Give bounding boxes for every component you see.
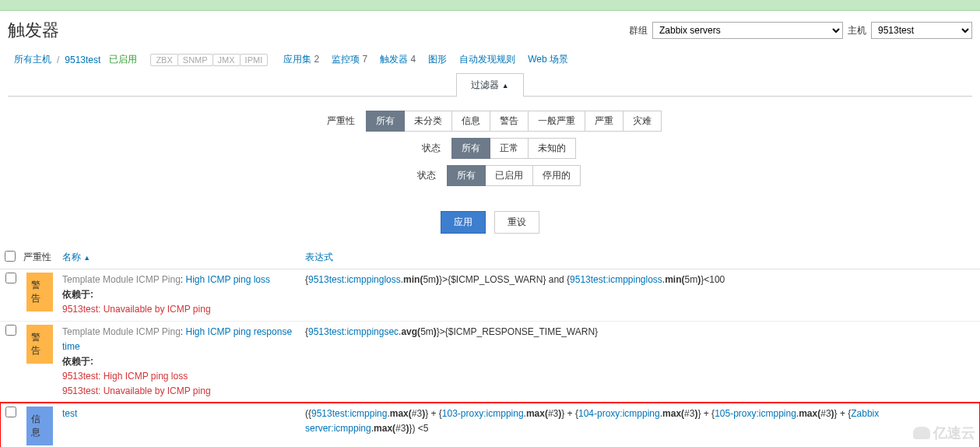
expression-cell: ({9513test:icmpping.max(#3)} + {103-prox… [300,403,980,447]
current-host-link[interactable]: 9513test [65,55,100,65]
filter-label: 状态 [400,169,447,182]
template-link[interactable]: Template Module ICMP Ping [62,326,181,337]
page-header: 触发器 群组 Zabbix servers 主机 9513test [0,11,980,50]
row-checkbox-cell [0,269,22,322]
filter-option[interactable]: 停用的 [532,165,581,186]
expression-item-link[interactable]: 9513test:icmppingloss [570,274,662,285]
notification-bar [0,0,980,11]
header-expression[interactable]: 表达式 [300,246,980,269]
filter-label: 严重性 [319,114,366,128]
filter-option[interactable]: 信息 [451,111,490,132]
table-row: 警告Template Module ICMP Ping: High ICMP p… [0,321,980,403]
nav-tab-自动发现规则[interactable]: 自动发现规则 [453,54,522,65]
filter-row: 严重性所有未分类信息警告一般严重严重灾难 [8,111,972,132]
severity-cell: 信息 [22,403,58,447]
interface-tags: ZBXSNMPJMXIPMI [150,54,267,66]
name-cell: Template Module ICMP Ping: High ICMP pin… [58,269,300,322]
filter-row: 状态所有正常未知的 [8,138,972,159]
dependency-link[interactable]: 9513test: Unavailable by ICMP ping [62,385,211,396]
watermark: 亿速云 [913,424,975,442]
filter-option[interactable]: 一般严重 [528,111,585,132]
table-row: 警告Template Module ICMP Ping: High ICMP p… [0,269,980,322]
interface-tag: JMX [213,54,241,66]
filter-toggle-tab[interactable]: 过滤器 ▲ [456,73,523,97]
filter-header: 过滤器 ▲ [0,72,980,96]
trigger-name-link[interactable]: High ICMP ping loss [186,274,271,285]
filter-option[interactable]: 严重 [585,111,623,132]
name-cell: Template Module ICMP Ping: High ICMP pin… [58,321,300,403]
group-label: 群组 [629,24,648,37]
expression-item-link[interactable]: 9513test:icmppingsec [308,326,399,337]
dependency-link[interactable]: 9513test: High ICMP ping loss [62,371,188,382]
host-selectors: 群组 Zabbix servers 主机 9513test [629,22,972,39]
row-checkbox[interactable] [5,325,16,336]
row-checkbox[interactable] [5,407,16,417]
header-severity[interactable]: 严重性 [22,246,58,269]
severity-badge: 警告 [26,273,53,311]
row-checkbox-cell [0,403,22,447]
nav-tab-Web 场景[interactable]: Web 场景 [522,54,574,65]
severity-badge: 信息 [26,407,53,445]
expression-item-link[interactable]: 105-proxy:icmpping [715,408,796,419]
severity-cell: 警告 [22,321,58,403]
apply-button[interactable]: 应用 [441,211,486,234]
template-link[interactable]: Template Module ICMP Ping [62,274,181,285]
all-hosts-link[interactable]: 所有主机 [14,53,51,66]
nav-tab-监控项[interactable]: 监控项 7 [325,54,374,65]
filter-option[interactable]: 正常 [490,138,529,159]
expression-item-link[interactable]: 9513test:icmppingloss [308,274,401,285]
breadcrumb-separator: / [54,55,62,65]
expression-item-link[interactable]: 104-proxy:icmpping [578,408,660,419]
group-select[interactable]: Zabbix servers [652,22,843,39]
interface-tag: SNMP [177,54,213,66]
filter-row: 状态所有已启用停用的 [8,165,972,186]
collapse-icon: ▲ [502,82,509,90]
sort-asc-icon: ▲ [83,254,90,262]
name-cell: test [58,403,300,447]
trigger-name-link[interactable]: test [62,408,77,419]
row-checkbox[interactable] [5,273,16,283]
table-row: 信息test({9513test:icmpping.max(#3)} + {10… [0,403,980,447]
depends-label: 依赖于: [62,356,93,367]
cloud-icon [913,427,930,439]
page-title: 触发器 [8,19,629,42]
severity-badge: 警告 [26,325,53,364]
nav-tab-触发器[interactable]: 触发器 4 [374,54,422,65]
header-checkbox[interactable] [0,246,22,269]
expression-cell: {9513test:icmppingsec.avg(5m)}>{$ICMP_RE… [300,321,980,403]
filter-option[interactable]: 已启用 [485,165,533,186]
interface-tag: IPMI [240,54,269,66]
breadcrumb-nav: 所有主机 / 9513test 已启用 ZBXSNMPJMXIPMI 应用集 2… [0,50,980,72]
filter-actions: 应用 重设 [0,203,980,241]
dependency-link[interactable]: 9513test: Unavailable by ICMP ping [62,304,211,315]
depends-label: 依赖于: [62,289,93,300]
nav-tab-应用集[interactable]: 应用集 2 [277,54,325,65]
expression-item-link[interactable]: 9513test:icmpping [311,408,387,419]
filter-option[interactable]: 所有 [366,111,405,132]
filter-label: 状态 [405,142,451,155]
triggers-table: 严重性 名称 ▲ 表达式 警告Template Module ICMP Ping… [0,246,980,447]
filter-option[interactable]: 警告 [490,111,529,132]
filter-option[interactable]: 所有 [447,165,486,186]
host-label: 主机 [848,24,866,37]
host-select[interactable]: 9513test [871,22,972,39]
reset-button[interactable]: 重设 [494,211,539,234]
filter-option[interactable]: 灾难 [623,111,662,132]
severity-cell: 警告 [22,269,58,322]
filter-option[interactable]: 未知的 [528,138,576,159]
nav-tab-图形[interactable]: 图形 [422,54,453,65]
enabled-state: 已启用 [103,53,143,66]
expression-cell: {9513test:icmppingloss.min(5m)}>{$ICMP_L… [300,269,980,322]
interface-tag: ZBX [150,54,177,66]
row-checkbox-cell [0,321,22,403]
expression-item-link[interactable]: 103-proxy:icmpping [442,408,524,419]
header-name[interactable]: 名称 ▲ [58,246,300,269]
filter-option[interactable]: 未分类 [404,111,452,132]
filter-option[interactable]: 所有 [451,138,490,159]
filter-body: 严重性所有未分类信息警告一般严重严重灾难状态所有正常未知的状态所有已启用停用的 [8,96,972,203]
